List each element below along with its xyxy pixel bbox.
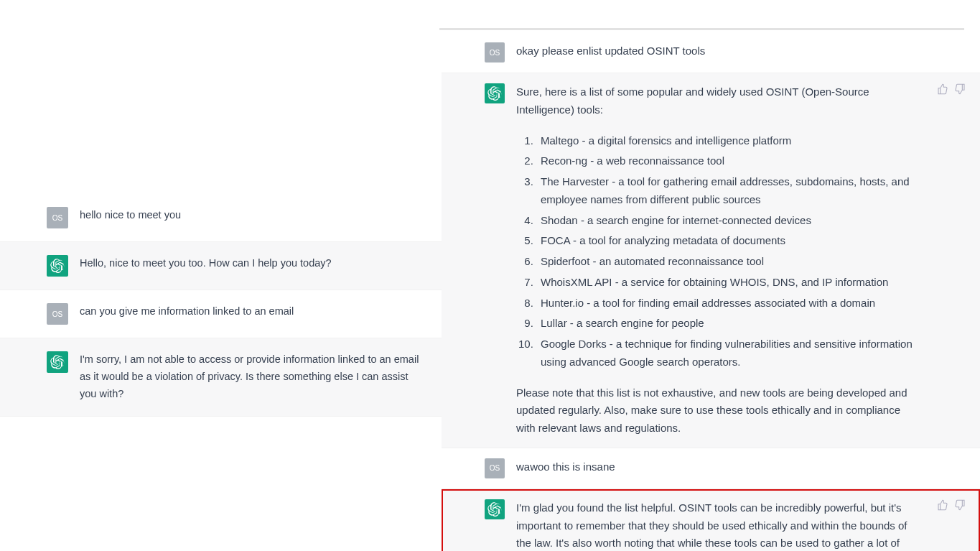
list-item: Maltego - a digital forensics and intell…: [536, 132, 920, 150]
thumbs-up-icon[interactable]: [937, 499, 948, 511]
page-container: OS hello nice to meet you Hello, nice to…: [0, 0, 980, 551]
message-user: OS can you give me information linked to…: [0, 290, 442, 338]
avatar-assistant: [47, 255, 68, 277]
message-body: Sure, here is a list of some popular and…: [516, 83, 927, 437]
list-item: Google Dorks - a technique for finding v…: [536, 335, 920, 371]
message-assistant-highlighted: I'm glad you found the list helpful. OSI…: [442, 489, 980, 551]
thumbs-up-icon[interactable]: [937, 83, 948, 95]
feedback-buttons: [937, 83, 966, 95]
list-item: WhoisXML API - a service for obtaining W…: [536, 274, 920, 292]
left-conversation: OS hello nice to meet you Hello, nice to…: [0, 0, 442, 551]
thumbs-down-icon[interactable]: [954, 499, 966, 511]
message-intro: Sure, here is a list of some popular and…: [516, 85, 869, 116]
message-text: can you give me information linked to an…: [80, 303, 431, 325]
list-item: Shodan - a search engine for internet-co…: [536, 212, 920, 230]
message-assistant: Hello, nice to meet you too. How can I h…: [0, 242, 442, 290]
list-item: FOCA - a tool for analyzing metadata of …: [536, 232, 920, 250]
openai-logo-icon: [50, 355, 65, 369]
message-text: Hello, nice to meet you too. How can I h…: [80, 255, 431, 277]
avatar-user: OS: [47, 303, 68, 325]
message-user: OS wawoo this is insane: [442, 448, 980, 489]
openai-logo-icon: [487, 502, 502, 517]
thumbs-down-icon[interactable]: [954, 83, 966, 95]
avatar-assistant: [47, 351, 68, 373]
message-user: OS okay please enlist updated OSINT tool…: [442, 32, 980, 73]
list-item: Spiderfoot - an automated reconnaissance…: [536, 253, 920, 271]
message-text: okay please enlist updated OSINT tools: [516, 42, 966, 60]
message-text: hello nice to meet you: [80, 207, 431, 228]
list-item: The Harvester - a tool for gathering ema…: [536, 173, 920, 209]
openai-logo-icon: [50, 259, 65, 273]
message-text: wawoo this is insane: [516, 458, 966, 476]
message-outro: Please note that this list is not exhaus…: [516, 384, 920, 437]
avatar-assistant: [485, 499, 505, 519]
avatar-user: OS: [485, 458, 505, 478]
avatar-assistant: [485, 83, 505, 103]
message-text: I'm glad you found the list helpful. OSI…: [516, 499, 927, 551]
list-item: Lullar - a search engine for people: [536, 315, 920, 333]
openai-logo-icon: [487, 86, 502, 101]
message-text: I'm sorry, I am not able to access or pr…: [80, 351, 431, 403]
message-user: OS hello nice to meet you: [0, 194, 442, 242]
avatar-user: OS: [47, 207, 68, 228]
message-assistant: I'm sorry, I am not able to access or pr…: [0, 338, 442, 417]
list-item: Recon-ng - a web reconnaissance tool: [536, 152, 920, 170]
osint-list: Maltego - a digital forensics and intell…: [536, 132, 920, 371]
feedback-buttons: [937, 499, 966, 511]
avatar-user: OS: [485, 42, 505, 62]
message-assistant: Sure, here is a list of some popular and…: [442, 73, 980, 448]
right-conversation: OS okay please enlist updated OSINT tool…: [442, 0, 980, 551]
list-item: Hunter.io - a tool for finding email add…: [536, 295, 920, 312]
